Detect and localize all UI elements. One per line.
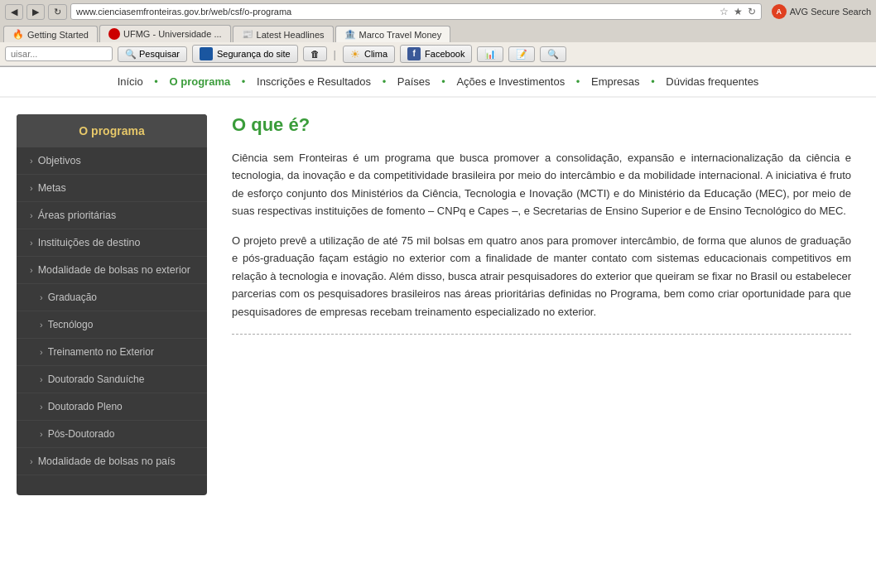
content-area: O que é? Ciência sem Fronteiras é um pro… [224,114,859,495]
magnify-button[interactable]: 🔍 [540,46,566,62]
sidebar-item-label-5: Graduação [48,292,97,303]
sidebar-item-label-7: Treinamento no Exterior [48,346,154,358]
chevron-icon: › [30,183,33,193]
weather-button[interactable]: ☀ Clima [343,46,395,63]
sidebar-item-doutorado-sanduiche[interactable]: › Doutorado Sanduíche [17,366,207,393]
search-bar-right: A AVG Secure Search [772,4,871,19]
toolbar-row: 🔍 Pesquisar Segurança do site 🗑 | ☀ Clim… [0,42,876,66]
tab-ufmg[interactable]: UFMG - Universidade ... [99,25,231,42]
chevron-icon: › [40,292,43,302]
chevron-icon: › [40,320,43,330]
search-input[interactable] [5,46,113,61]
address-bar-row: ◀ ▶ ↻ www.cienciasemfronteiras.gov.br/we… [0,0,876,23]
shield-icon [200,47,213,60]
facebook-button[interactable]: f Facebook [400,45,472,63]
chevron-icon: › [40,429,43,439]
tab-getting-started[interactable]: 🔥 Getting Started [3,26,98,42]
content-paragraph-1: Ciência sem Fronteiras é um programa que… [232,149,851,220]
sidebar-item-label-3: Instituições de destino [38,237,141,248]
chevron-icon: › [30,238,33,248]
browser-chrome: ◀ ▶ ↻ www.cienciasemfronteiras.gov.br/we… [0,0,876,67]
sidebar-item-doutorado-pleno[interactable]: › Doutorado Pleno [17,393,207,421]
content-paragraph-2: O projeto prevê a utilização de até 75 m… [232,232,851,321]
tab-favicon-2: 📰 [242,29,253,40]
url-text: www.cienciasemfronteiras.gov.br/web/csf/… [76,7,291,17]
sidebar-item-instituicoes[interactable]: › Instituições de destino [17,229,207,257]
main-content: O programa › Objetivos › Metas › Áreas p… [0,98,876,512]
security-button[interactable]: Segurança do site [192,45,298,63]
toolbar-search [5,46,113,61]
search-button[interactable]: 🔍 Pesquisar [118,46,187,62]
chevron-icon: › [30,156,33,166]
grid-icon: 📊 [484,49,496,60]
tabs-row: 🔥 Getting Started UFMG - Universidade ..… [0,23,876,42]
tab-favicon-3: 🏦 [344,29,356,40]
search-button-label: Pesquisar [139,49,180,59]
tab-label-1: UFMG - Universidade ... [123,29,222,39]
tab-label-2: Latest Headlines [257,30,325,40]
sidebar-item-modalidade-pais[interactable]: › Modalidade de bolsas no país [17,448,207,475]
magnify-icon: 🔍 [547,49,559,60]
nav-acoes[interactable]: Ações e Investimentos [456,75,565,88]
chevron-icon: › [30,210,33,220]
sidebar-item-modalidade-exterior[interactable]: › Modalidade de bolsas no exterior [17,257,207,284]
sidebar-item-treinamento[interactable]: › Treinamento no Exterior [17,339,207,366]
nav-programa[interactable]: O programa [170,75,231,88]
refresh-button[interactable]: ↻ [48,4,67,20]
sidebar-item-label-2: Áreas prioritárias [38,210,116,221]
trash-button[interactable]: 🗑 [303,46,327,61]
sidebar-item-metas[interactable]: › Metas [17,175,207,202]
tab-favicon-0: 🔥 [12,29,24,40]
chevron-icon: › [40,374,43,384]
trash-icon: 🗑 [310,49,320,59]
chevron-icon: › [30,265,33,275]
star-icon[interactable]: ★ [734,6,743,17]
nav-inscricoes[interactable]: Inscrições e Resultados [257,75,371,88]
sidebar-item-tecnologo[interactable]: › Tecnólogo [17,311,207,339]
address-bar[interactable]: www.cienciasemfronteiras.gov.br/web/csf/… [70,3,762,20]
sidebar-title: O programa [17,114,207,147]
sidebar-item-objetivos[interactable]: › Objetivos [17,147,207,175]
forward-button[interactable]: ▶ [26,4,45,20]
nav-bar: Início • O programa • Inscrições e Resul… [0,67,876,98]
sidebar-item-label-4: Modalidade de bolsas no exterior [38,264,190,276]
tab-label-0: Getting Started [27,30,89,40]
avg-search-label: AVG Secure Search [790,7,871,17]
facebook-icon: f [407,47,421,60]
sidebar-item-label-6: Tecnólogo [48,319,94,330]
sidebar-item-label-0: Objetivos [38,155,81,166]
notes-icon: 📝 [516,49,527,60]
search-icon: 🔍 [125,49,137,60]
avg-logo: A [772,4,787,19]
nav-duvidas[interactable]: Dúvidas frequentes [666,75,758,88]
grid-button[interactable]: 📊 [477,46,503,62]
content-title: O que é? [232,114,851,136]
security-button-label: Segurança do site [217,49,291,59]
content-divider [232,334,851,335]
sidebar: O programa › Objetivos › Metas › Áreas p… [17,114,207,495]
tab-headlines[interactable]: 📰 Latest Headlines [233,26,334,42]
toolbar-divider: | [334,48,336,60]
back-button[interactable]: ◀ [5,4,23,20]
sidebar-item-areas[interactable]: › Áreas prioritárias [17,202,207,229]
weather-label: Clima [364,49,387,59]
sidebar-item-label-1: Metas [38,182,66,194]
sidebar-item-label-10: Pós-Doutorado [48,428,115,440]
nav-empresas[interactable]: Empresas [591,75,640,88]
nav-inicio[interactable]: Início [118,75,143,88]
nav-paises[interactable]: Países [397,75,431,88]
notes-button[interactable]: 📝 [508,46,535,62]
chevron-icon: › [40,347,43,357]
facebook-label: Facebook [425,49,464,59]
tab-label-3: Marco Travel Money [359,30,442,40]
sidebar-item-label-9: Doutorado Pleno [48,401,123,412]
sidebar-item-label-8: Doutorado Sanduíche [48,374,145,385]
sidebar-item-graduacao[interactable]: › Graduação [17,284,207,311]
chevron-icon: › [30,456,33,466]
tab-marco[interactable]: 🏦 Marco Travel Money [335,26,451,42]
reload-icon[interactable]: ↻ [748,6,756,17]
chevron-icon: › [40,402,43,412]
sidebar-item-pos-doutorado[interactable]: › Pós-Doutorado [17,421,207,448]
bookmark-icon[interactable]: ☆ [720,6,729,17]
sun-icon: ☀ [350,48,360,60]
